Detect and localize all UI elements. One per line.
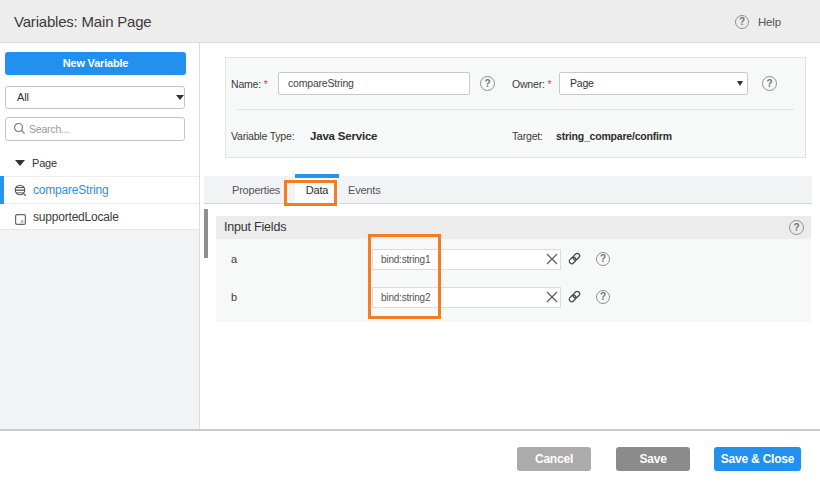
svg-text:x: x xyxy=(20,218,23,224)
